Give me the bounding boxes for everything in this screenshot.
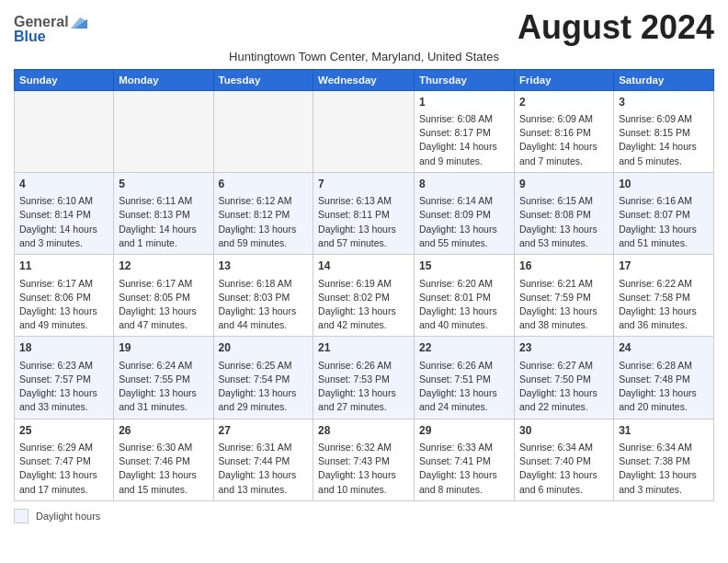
day-number: 9 bbox=[519, 177, 609, 192]
calendar-cell: 31Sunrise: 6:34 AMSunset: 7:38 PMDayligh… bbox=[614, 419, 714, 500]
day-number: 30 bbox=[519, 423, 609, 439]
cell-info: Sunset: 7:47 PM bbox=[19, 454, 108, 468]
subtitle: Huntingtown Town Center, Maryland, Unite… bbox=[14, 50, 714, 63]
day-number: 11 bbox=[19, 259, 108, 274]
calendar-cell: 22Sunrise: 6:26 AMSunset: 7:51 PMDayligh… bbox=[415, 337, 515, 419]
cell-info: Sunrise: 6:31 AM bbox=[219, 441, 309, 454]
calendar-cell: 25Sunrise: 6:29 AMSunset: 7:47 PMDayligh… bbox=[15, 419, 114, 500]
legend-daylight-label: Daylight hours bbox=[36, 511, 100, 522]
cell-info: Sunrise: 6:12 AM bbox=[219, 194, 309, 208]
day-number: 24 bbox=[619, 340, 709, 356]
cell-info: Sunrise: 6:23 AM bbox=[19, 359, 108, 373]
logo-general-text: General bbox=[14, 15, 69, 29]
day-header-wednesday: Wednesday bbox=[313, 69, 415, 90]
cell-info: Sunrise: 6:29 AM bbox=[19, 441, 108, 454]
cell-info: Sunset: 7:54 PM bbox=[219, 373, 309, 386]
day-header-saturday: Saturday bbox=[614, 69, 714, 90]
calendar-cell: 26Sunrise: 6:30 AMSunset: 7:46 PMDayligh… bbox=[114, 419, 213, 500]
calendar-cell: 6Sunrise: 6:12 AMSunset: 8:12 PMDaylight… bbox=[213, 172, 313, 254]
cell-info: Sunset: 7:40 PM bbox=[519, 454, 609, 468]
calendar: SundayMondayTuesdayWednesdayThursdayFrid… bbox=[14, 69, 714, 501]
calendar-cell: 18Sunrise: 6:23 AMSunset: 7:57 PMDayligh… bbox=[15, 337, 114, 419]
cell-info: Daylight: 13 hours and 27 minutes. bbox=[318, 386, 409, 414]
day-number: 17 bbox=[619, 259, 709, 274]
cell-info: Daylight: 13 hours and 49 minutes. bbox=[19, 304, 108, 332]
cell-info: Sunset: 7:38 PM bbox=[619, 454, 709, 468]
calendar-cell: 7Sunrise: 6:13 AMSunset: 8:11 PMDaylight… bbox=[313, 172, 415, 254]
day-number: 28 bbox=[318, 423, 409, 439]
cell-info: Daylight: 13 hours and 42 minutes. bbox=[318, 304, 409, 332]
calendar-cell: 21Sunrise: 6:26 AMSunset: 7:53 PMDayligh… bbox=[313, 337, 415, 419]
cell-info: Sunset: 8:02 PM bbox=[318, 291, 409, 304]
cell-info: Sunrise: 6:14 AM bbox=[419, 194, 509, 208]
cell-info: Daylight: 13 hours and 20 minutes. bbox=[619, 386, 709, 414]
cell-info: Sunrise: 6:33 AM bbox=[419, 441, 509, 454]
cell-info: Daylight: 13 hours and 36 minutes. bbox=[619, 304, 709, 332]
cell-info: Sunrise: 6:16 AM bbox=[619, 194, 709, 208]
cell-info: Sunrise: 6:34 AM bbox=[619, 441, 709, 454]
cell-info: Daylight: 14 hours and 3 minutes. bbox=[19, 223, 108, 250]
cell-info: Daylight: 13 hours and 13 minutes. bbox=[219, 468, 309, 496]
day-header-thursday: Thursday bbox=[415, 69, 515, 90]
calendar-cell: 19Sunrise: 6:24 AMSunset: 7:55 PMDayligh… bbox=[114, 337, 213, 419]
cell-info: Sunset: 7:48 PM bbox=[619, 373, 709, 386]
cell-info: Sunrise: 6:19 AM bbox=[318, 277, 409, 291]
cell-info: Daylight: 13 hours and 24 minutes. bbox=[419, 386, 509, 414]
calendar-cell: 8Sunrise: 6:14 AMSunset: 8:09 PMDaylight… bbox=[415, 172, 515, 254]
calendar-cell: 28Sunrise: 6:32 AMSunset: 7:43 PMDayligh… bbox=[313, 419, 415, 500]
calendar-cell: 10Sunrise: 6:16 AMSunset: 8:07 PMDayligh… bbox=[614, 172, 714, 254]
calendar-cell bbox=[313, 90, 415, 172]
day-number: 8 bbox=[419, 177, 509, 192]
calendar-cell: 5Sunrise: 6:11 AMSunset: 8:13 PMDaylight… bbox=[114, 172, 213, 254]
cell-info: Sunrise: 6:25 AM bbox=[219, 359, 309, 373]
cell-info: Sunrise: 6:13 AM bbox=[318, 194, 409, 208]
legend-box bbox=[14, 509, 28, 523]
day-number: 26 bbox=[119, 423, 208, 439]
cell-info: Sunrise: 6:17 AM bbox=[119, 277, 208, 291]
calendar-cell: 4Sunrise: 6:10 AMSunset: 8:14 PMDaylight… bbox=[15, 172, 114, 254]
cell-info: Sunrise: 6:09 AM bbox=[619, 112, 709, 126]
calendar-cell: 9Sunrise: 6:15 AMSunset: 8:08 PMDaylight… bbox=[515, 172, 614, 254]
cell-info: Sunrise: 6:17 AM bbox=[19, 277, 108, 291]
day-number: 22 bbox=[419, 340, 509, 356]
calendar-cell: 3Sunrise: 6:09 AMSunset: 8:15 PMDaylight… bbox=[614, 90, 714, 172]
calendar-cell: 24Sunrise: 6:28 AMSunset: 7:48 PMDayligh… bbox=[614, 337, 714, 419]
cell-info: Sunrise: 6:11 AM bbox=[119, 194, 208, 208]
cell-info: Daylight: 13 hours and 29 minutes. bbox=[219, 386, 309, 414]
cell-info: Sunrise: 6:34 AM bbox=[519, 441, 609, 454]
cell-info: Sunrise: 6:20 AM bbox=[419, 277, 509, 291]
day-number: 31 bbox=[619, 423, 709, 439]
cell-info: Daylight: 13 hours and 47 minutes. bbox=[119, 304, 208, 332]
calendar-cell: 27Sunrise: 6:31 AMSunset: 7:44 PMDayligh… bbox=[213, 419, 313, 500]
cell-info: Sunrise: 6:10 AM bbox=[19, 194, 108, 208]
cell-info: Daylight: 13 hours and 53 minutes. bbox=[519, 223, 609, 250]
cell-info: Sunrise: 6:09 AM bbox=[519, 112, 609, 126]
day-number: 20 bbox=[219, 340, 309, 356]
day-number: 6 bbox=[219, 177, 309, 192]
cell-info: Sunset: 7:50 PM bbox=[519, 373, 609, 386]
day-number: 13 bbox=[219, 259, 309, 274]
cell-info: Daylight: 13 hours and 17 minutes. bbox=[19, 468, 108, 496]
calendar-cell: 12Sunrise: 6:17 AMSunset: 8:05 PMDayligh… bbox=[114, 255, 213, 337]
day-number: 25 bbox=[19, 423, 108, 439]
cell-info: Daylight: 13 hours and 6 minutes. bbox=[519, 468, 609, 496]
svg-marker-1 bbox=[71, 17, 87, 29]
legend: Daylight hours bbox=[14, 509, 714, 523]
cell-info: Daylight: 13 hours and 31 minutes. bbox=[119, 386, 208, 414]
month-title: August 2024 bbox=[518, 9, 714, 46]
day-number: 1 bbox=[419, 95, 509, 110]
cell-info: Sunset: 8:08 PM bbox=[519, 208, 609, 222]
day-header-monday: Monday bbox=[114, 69, 213, 90]
cell-info: Daylight: 14 hours and 9 minutes. bbox=[419, 140, 509, 167]
calendar-cell bbox=[114, 90, 213, 172]
calendar-cell: 2Sunrise: 6:09 AMSunset: 8:16 PMDaylight… bbox=[515, 90, 614, 172]
cell-info: Daylight: 13 hours and 15 minutes. bbox=[119, 468, 208, 496]
cell-info: Sunset: 7:44 PM bbox=[219, 454, 309, 468]
calendar-cell: 20Sunrise: 6:25 AMSunset: 7:54 PMDayligh… bbox=[213, 337, 313, 419]
cell-info: Daylight: 13 hours and 38 minutes. bbox=[519, 304, 609, 332]
cell-info: Sunrise: 6:27 AM bbox=[519, 359, 609, 373]
cell-info: Daylight: 13 hours and 57 minutes. bbox=[318, 223, 409, 250]
calendar-cell: 17Sunrise: 6:22 AMSunset: 7:58 PMDayligh… bbox=[614, 255, 714, 337]
cell-info: Daylight: 13 hours and 33 minutes. bbox=[19, 386, 108, 414]
cell-info: Sunrise: 6:22 AM bbox=[619, 277, 709, 291]
